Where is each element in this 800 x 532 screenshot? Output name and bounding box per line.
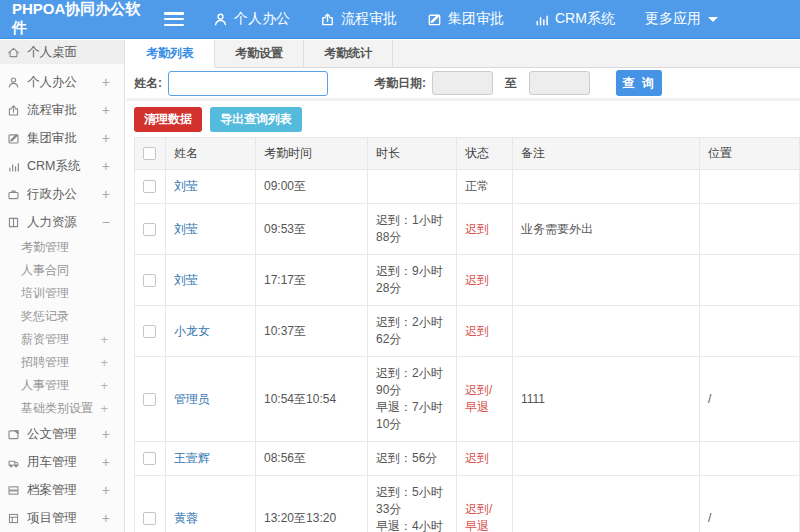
date-to-label: 至 [505,75,517,92]
note-cell [513,306,700,357]
name-link[interactable]: 管理员 [174,392,210,406]
sidebar-subitem-recruit-mgmt[interactable]: 招聘管理 + [0,351,124,374]
sidebar-item-hr[interactable]: 人力资源 − [0,208,124,236]
row-checkbox[interactable] [143,452,156,465]
duration-cell: 迟到：2小时90分早退：7小时10分 [368,357,457,442]
note-cell: 业务需要外出 [513,204,700,255]
export-list-button[interactable]: 导出查询列表 [210,107,302,132]
location-cell [700,204,800,255]
sidebar-subitem-attendance-mgmt[interactable]: 考勤管理 [0,236,124,259]
location-cell [700,170,800,204]
col-duration: 时长 [368,138,457,170]
select-all-checkbox[interactable] [143,147,156,160]
attendance-date-label: 考勤日期: [374,75,426,92]
app-logo[interactable]: PHPOA协同办公软件 [0,0,160,38]
sidebar-item-vehicle-mgmt[interactable]: 用车管理 + [0,448,124,476]
menu-toggle-icon[interactable] [164,12,184,26]
document-icon [7,428,21,441]
note-cell: 1111 [513,357,700,442]
col-location: 位置 [700,138,800,170]
name-link[interactable]: 王壹辉 [174,451,210,465]
row-checkbox[interactable] [143,274,156,287]
status-cell: 迟到 [457,442,513,476]
date-range: 考勤日期: 至 [374,71,590,95]
row-checkbox[interactable] [143,325,156,338]
name-link[interactable]: 黄蓉 [174,511,198,525]
duration-cell [368,170,457,204]
sidebar-item-crm[interactable]: CRM系统 + [0,152,124,180]
sidebar-item-document-mgmt[interactable]: 公文管理 + [0,420,124,448]
caret-down-icon [708,17,718,22]
top-nav-more-apps[interactable]: 更多应用 [645,10,718,28]
status-cell: 迟到 [457,306,513,357]
person-icon [7,76,21,89]
sidebar-item-project-mgmt[interactable]: 项目管理 + [0,504,124,532]
sidebar-subitem-hr-contract[interactable]: 人事合同 [0,259,124,282]
table-row: 管理员 10:54至10:54 迟到：2小时90分早退：7小时10分 迟到/早退… [135,357,800,442]
archive-icon [7,484,21,497]
attendance-time-cell: 09:53至 [256,204,368,255]
name-input[interactable] [168,71,328,96]
chart-icon [534,12,549,27]
top-nav-workflow-approval[interactable]: 流程审批 [320,10,397,28]
clear-data-button[interactable]: 清理数据 [134,107,202,132]
sidebar-item-personal-office[interactable]: 个人办公 + [0,68,124,96]
top-nav-personal-office[interactable]: 个人办公 [213,10,290,28]
name-link[interactable]: 小龙女 [174,324,210,338]
status-cell: 迟到 [457,255,513,306]
name-link[interactable]: 刘莹 [174,222,198,236]
sidebar-item-admin-office[interactable]: 行政办公 + [0,180,124,208]
app-window: PHPOA协同办公软件 个人办公 流程审批 集团审批 [0,0,800,532]
tab-attendance-settings[interactable]: 考勤设置 [215,40,304,68]
filter-bar: 姓名: 考勤日期: 至 查 询 [126,68,800,101]
query-button[interactable]: 查 询 [616,70,662,96]
name-link[interactable]: 刘莹 [174,179,198,193]
chart-icon [7,160,21,173]
table-row: 刘莹 09:53至 迟到：1小时88分 迟到 业务需要外出 [135,204,800,255]
status-cell: 迟到/早退 [457,476,513,532]
sidebar-subitem-salary-mgmt[interactable]: 薪资管理 + [0,328,124,351]
attendance-table: 姓名 考勤时间 时长 状态 备注 位置 刘莹 09:00至 正常 [134,137,800,532]
name-link[interactable]: 刘莹 [174,273,198,287]
sidebar-item-personal-desktop[interactable]: 个人桌面 [0,40,124,64]
sidebar-subitem-base-category-settings[interactable]: 基础类别设置 + [0,397,124,420]
sidebar: 个人桌面 个人办公 + 流程审批 + 集团审批 + [0,40,125,532]
note-cell [513,255,700,306]
person-icon [213,12,228,27]
row-checkbox[interactable] [143,180,156,193]
process-icon [7,104,21,117]
sidebar-subitem-training-mgmt[interactable]: 培训管理 [0,282,124,305]
duration-cell: 迟到：2小时62分 [368,306,457,357]
col-note: 备注 [513,138,700,170]
sidebar-item-workflow-approval[interactable]: 流程审批 + [0,96,124,124]
sidebar-item-group-approval[interactable]: 集团审批 + [0,124,124,152]
name-label: 姓名: [134,75,162,92]
attendance-time-cell: 09:00至 [256,170,368,204]
attendance-time-cell: 10:54至10:54 [256,357,368,442]
status-cell: 迟到/早退 [457,357,513,442]
row-checkbox[interactable] [143,393,156,406]
briefcase-icon [7,188,21,201]
top-nav-group-approval[interactable]: 集团审批 [427,10,504,28]
sidebar-subitem-reward-punishment[interactable]: 奖惩记录 [0,305,124,328]
tab-attendance-list[interactable]: 考勤列表 [126,40,215,68]
note-cell [513,476,700,532]
table-header-row: 姓名 考勤时间 时长 状态 备注 位置 [135,138,800,170]
row-checkbox[interactable] [143,512,156,525]
sidebar-item-archive-mgmt[interactable]: 档案管理 + [0,476,124,504]
col-time: 考勤时间 [256,138,368,170]
content-area: 考勤列表 考勤设置 考勤统计 姓名: 考勤日期: 至 查 询 清理数据 导出查询… [126,40,800,532]
table-row: 刘莹 17:17至 迟到：9小时28分 迟到 [135,255,800,306]
date-start-input[interactable] [432,71,493,95]
process-icon [320,12,335,27]
top-nav: 个人办公 流程审批 集团审批 CRM系统 更多应用 [198,10,733,28]
vehicle-icon [7,456,21,469]
sidebar-subitem-personnel-mgmt[interactable]: 人事管理 + [0,374,124,397]
date-end-input[interactable] [529,71,590,95]
home-icon [7,46,21,59]
col-status: 状态 [457,138,513,170]
row-checkbox[interactable] [143,223,156,236]
location-cell [700,306,800,357]
tab-attendance-stats[interactable]: 考勤统计 [304,40,393,68]
top-nav-crm[interactable]: CRM系统 [534,10,615,28]
